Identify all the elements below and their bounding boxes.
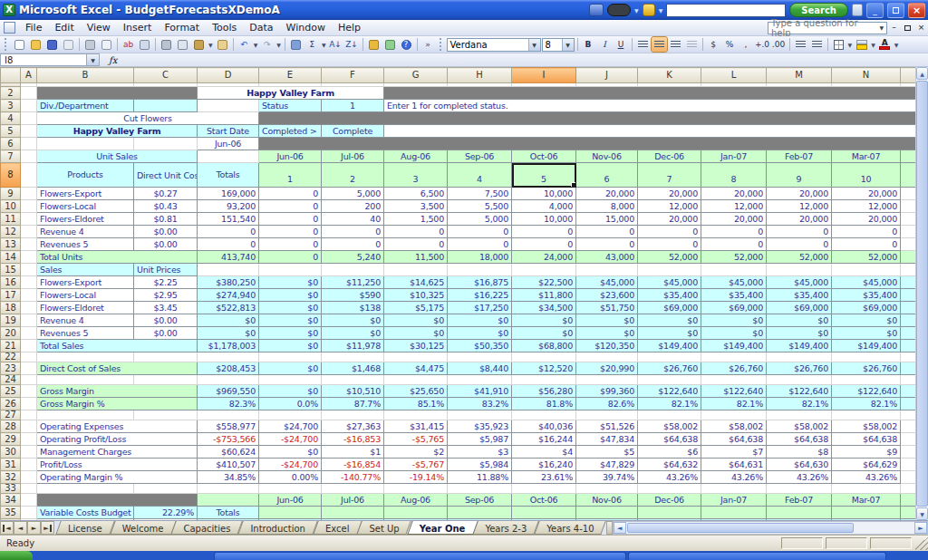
- cell-H31[interactable]: $5,984: [448, 459, 512, 471]
- cell-B16[interactable]: Flowers-Export: [37, 276, 134, 289]
- cell-A10[interactable]: [21, 200, 37, 213]
- cell-C10[interactable]: $0.43: [134, 200, 198, 213]
- cell-H15[interactable]: [448, 264, 512, 276]
- column-header-D[interactable]: D: [198, 68, 259, 83]
- cell-G25[interactable]: $25,650: [384, 385, 448, 398]
- cell-I20[interactable]: $0: [512, 327, 576, 340]
- cell-O33[interactable]: [901, 484, 916, 494]
- cell-E26[interactable]: 0.0%: [259, 398, 322, 410]
- cell-B31[interactable]: Profit/Loss: [37, 459, 198, 471]
- cell-H28[interactable]: $35,923: [448, 420, 512, 433]
- cell-C6[interactable]: [134, 138, 198, 150]
- cell-L10[interactable]: 12,000: [701, 200, 767, 213]
- previous-sheet-button[interactable]: ◄: [14, 521, 27, 535]
- cell-D13[interactable]: 0: [198, 238, 259, 251]
- cell-M7[interactable]: Feb-07: [767, 150, 832, 163]
- cell-L29[interactable]: $64,638: [701, 433, 767, 446]
- cell-K26[interactable]: 82.1%: [638, 398, 701, 410]
- cell-H12[interactable]: 0: [448, 226, 512, 238]
- row-header-12[interactable]: 12: [1, 226, 21, 238]
- cell-A9[interactable]: [21, 188, 37, 200]
- cell-G22[interactable]: [384, 352, 448, 362]
- cell-H32[interactable]: 11.88%: [448, 471, 512, 484]
- cell-G27[interactable]: [384, 410, 448, 420]
- cell-E12[interactable]: 0: [259, 226, 322, 238]
- row-header-11[interactable]: 11: [1, 213, 21, 226]
- cell-B12[interactable]: Revenue 4: [37, 226, 134, 238]
- undo-icon[interactable]: ↶: [237, 37, 252, 52]
- cell-F3[interactable]: 1: [322, 100, 384, 112]
- cell-D5[interactable]: Start Date: [198, 125, 259, 138]
- cell-K22[interactable]: [638, 352, 701, 362]
- cell-E14[interactable]: 0: [259, 251, 322, 264]
- cell-J12[interactable]: 0: [576, 226, 638, 238]
- row-header-35[interactable]: 35: [1, 507, 21, 519]
- cell-A2[interactable]: [21, 87, 37, 100]
- cell-H17[interactable]: $16,225: [448, 289, 512, 302]
- cell-A19[interactable]: [21, 314, 37, 327]
- row-header-26[interactable]: 26: [1, 398, 21, 410]
- cell-O17[interactable]: [901, 289, 916, 302]
- cell-D29[interactable]: -$753,566: [198, 433, 259, 446]
- cell-C3[interactable]: [134, 100, 198, 112]
- cell-L19[interactable]: $0: [701, 314, 767, 327]
- cell-D17[interactable]: $274,940: [198, 289, 259, 302]
- cell-J25[interactable]: $99,360: [576, 385, 638, 398]
- cell-I28[interactable]: $40,036: [512, 420, 576, 433]
- messenger-icon[interactable]: [643, 4, 655, 16]
- cell-J7[interactable]: Nov-06: [576, 150, 638, 163]
- cell-D35[interactable]: Totals: [198, 507, 259, 519]
- cell-L11[interactable]: 20,000: [701, 213, 767, 226]
- sheet-tab-set-up[interactable]: Set Up: [359, 521, 409, 535]
- cell-K33[interactable]: [638, 484, 701, 494]
- cell-C24[interactable]: [134, 375, 198, 385]
- cell-B10[interactable]: Flowers-Local: [37, 200, 134, 213]
- cell-C20[interactable]: $0.00: [134, 327, 198, 340]
- row-header-7[interactable]: 7: [1, 150, 21, 163]
- row-header-36[interactable]: 36: [1, 519, 21, 521]
- column-header-K[interactable]: K: [638, 68, 701, 83]
- cell-B14[interactable]: Total Units: [37, 251, 198, 264]
- cell-D15[interactable]: [198, 264, 259, 276]
- first-sheet-button[interactable]: ◄: [0, 521, 14, 535]
- cell-G30[interactable]: $2: [384, 446, 448, 459]
- cell-C35[interactable]: 22.29%: [134, 507, 198, 519]
- cell-B15[interactable]: Sales: [37, 264, 134, 276]
- cell-O35[interactable]: [901, 507, 916, 519]
- minimize-button[interactable]: _: [866, 3, 884, 18]
- cell-C12[interactable]: $0.00: [134, 226, 198, 238]
- cell-O20[interactable]: [901, 327, 916, 340]
- cell-F25[interactable]: $10,510: [322, 385, 384, 398]
- cell-B13[interactable]: Revenues 5: [37, 238, 134, 251]
- cell-E20[interactable]: $0: [259, 327, 322, 340]
- scroll-right-icon[interactable]: ►: [914, 522, 927, 534]
- cell-E18[interactable]: $0: [259, 302, 322, 314]
- cell-L20[interactable]: $0: [701, 327, 767, 340]
- cell-O12[interactable]: [901, 226, 916, 238]
- increase-decimal-icon[interactable]: +.0: [755, 37, 770, 52]
- cell-L14[interactable]: 52,000: [701, 251, 767, 264]
- cell-F24[interactable]: [322, 375, 384, 385]
- cell-C15[interactable]: Unit Prices: [134, 264, 198, 276]
- cell-K23[interactable]: $26,760: [638, 362, 701, 375]
- cell-I21[interactable]: $68,800: [512, 340, 576, 352]
- cell-I35[interactable]: [512, 507, 576, 519]
- row-header-2[interactable]: 2: [1, 87, 21, 100]
- cell-M21[interactable]: $149,400: [767, 340, 832, 352]
- row-header-28[interactable]: 28: [1, 420, 21, 433]
- cell-F5[interactable]: Complete: [322, 125, 384, 138]
- vertical-scrollbar[interactable]: ▲ ▼: [915, 67, 928, 520]
- cell-J28[interactable]: $51,526: [576, 420, 638, 433]
- cell-B11[interactable]: Flowers-Eldoret: [37, 213, 134, 226]
- cell-A27[interactable]: [21, 410, 37, 420]
- cell-K31[interactable]: $64,632: [638, 459, 701, 471]
- cell-H8[interactable]: 4: [448, 163, 512, 188]
- cell-M36[interactable]: $33,302: [767, 519, 832, 521]
- cell-J23[interactable]: $20,990: [576, 362, 638, 375]
- cell-K20[interactable]: $0: [638, 327, 701, 340]
- cell-F31[interactable]: -$16,854: [322, 459, 384, 471]
- cell-I31[interactable]: $16,240: [512, 459, 576, 471]
- cell-O26[interactable]: [901, 398, 916, 410]
- column-header-O[interactable]: [901, 68, 916, 83]
- cell-O32[interactable]: [901, 471, 916, 484]
